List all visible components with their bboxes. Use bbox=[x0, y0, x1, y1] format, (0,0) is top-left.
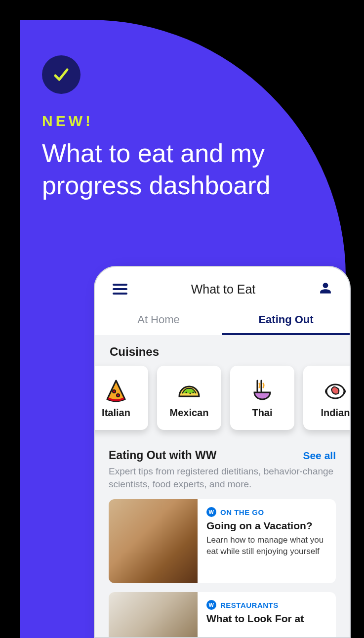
hero-title: What to eat and my progress dashboard bbox=[42, 137, 319, 202]
tab-eating-out[interactable]: Eating Out bbox=[222, 307, 350, 335]
cuisines-heading: Cuisines bbox=[95, 335, 350, 363]
article-card-vacation[interactable]: W ON THE GO Going on a Vacation? Learn h… bbox=[109, 499, 336, 583]
articles-heading: Eating Out with WW bbox=[109, 449, 216, 462]
ww-badge-icon: W bbox=[206, 600, 216, 610]
article-title: Going on a Vacation? bbox=[206, 520, 327, 532]
ww-badge-icon: W bbox=[206, 507, 216, 517]
svg-point-1 bbox=[117, 394, 120, 397]
article-card-restaurants[interactable]: W RESTAURANTS What to Look For at bbox=[109, 592, 336, 638]
article-thumbnail bbox=[109, 499, 198, 583]
article-tag-row: W RESTAURANTS bbox=[206, 600, 304, 610]
see-all-link[interactable]: See all bbox=[303, 450, 336, 462]
top-bar: What to Eat bbox=[95, 279, 350, 303]
new-label: NEW! bbox=[42, 113, 93, 129]
article-tag-row: W ON THE GO bbox=[206, 507, 327, 517]
content-area[interactable]: Cuisines Italian Mexican bbox=[95, 335, 350, 638]
article-thumbnail bbox=[109, 592, 198, 638]
curry-bowl-icon bbox=[323, 378, 348, 403]
cuisine-label: Mexican bbox=[170, 407, 209, 419]
menu-icon[interactable] bbox=[113, 284, 127, 295]
cuisine-label: Thai bbox=[252, 407, 272, 419]
tab-at-home[interactable]: At Home bbox=[95, 307, 222, 335]
tabs: At Home Eating Out bbox=[95, 307, 350, 335]
svg-point-3 bbox=[190, 392, 191, 394]
article-title: What to Look For at bbox=[206, 613, 304, 625]
checkmark-badge bbox=[42, 55, 81, 94]
svg-point-0 bbox=[113, 390, 116, 393]
cuisine-card-mexican[interactable]: Mexican bbox=[157, 366, 221, 430]
article-tag: ON THE GO bbox=[220, 508, 264, 516]
articles-section: Eating Out with WW See all Expert tips f… bbox=[95, 443, 350, 638]
cuisine-card-indian[interactable]: Indian bbox=[303, 366, 351, 430]
profile-icon[interactable] bbox=[319, 282, 332, 297]
article-tag: RESTAURANTS bbox=[220, 601, 279, 609]
phone-frame: What to Eat At Home Eating Out Cuisines … bbox=[94, 266, 351, 638]
cuisine-label: Indian bbox=[321, 407, 350, 419]
cuisine-row[interactable]: Italian Mexican Thai bbox=[94, 366, 351, 430]
taco-icon bbox=[176, 378, 202, 403]
svg-point-4 bbox=[193, 391, 194, 393]
noodle-bowl-icon bbox=[249, 378, 275, 403]
article-desc: Learn how to manage what you eat while s… bbox=[206, 535, 327, 557]
cuisine-label: Italian bbox=[102, 407, 130, 419]
pizza-icon bbox=[103, 378, 129, 403]
screen-title: What to Eat bbox=[191, 282, 256, 297]
checkmark-icon bbox=[51, 65, 71, 85]
articles-subtitle: Expert tips from registered dietitians, … bbox=[109, 465, 336, 490]
cuisine-card-thai[interactable]: Thai bbox=[230, 366, 294, 430]
svg-point-2 bbox=[186, 391, 187, 393]
cuisine-card-italian[interactable]: Italian bbox=[94, 366, 148, 430]
